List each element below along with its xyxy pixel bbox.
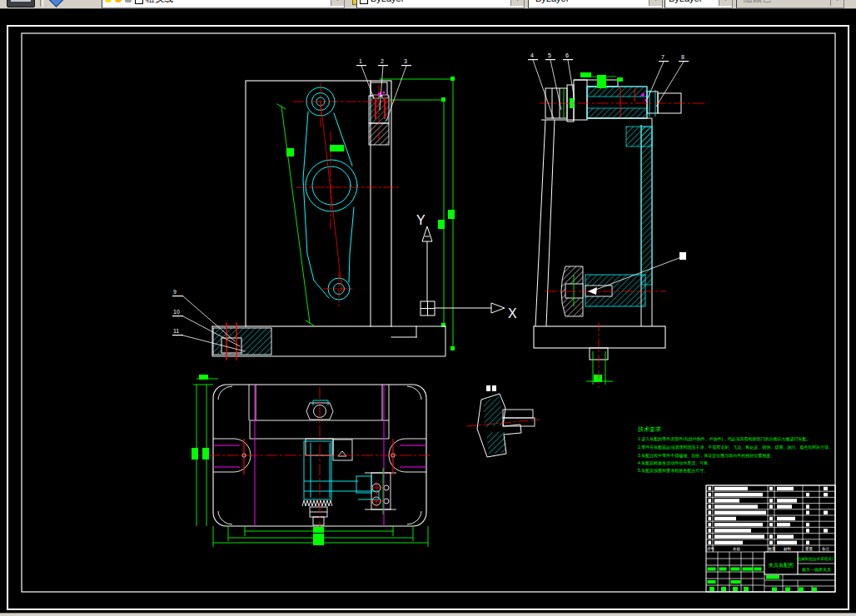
linetype-dropdown[interactable]: ByLayer ▾ [528,0,663,8]
current-color-chip [360,0,368,4]
ucs-icon: Y X [416,213,517,320]
dropdown-arrow-icon[interactable]: ▾ [331,0,344,6]
lineweight-dropdown[interactable]: ByLayer ▾ [664,0,733,8]
linetype-value-text: ByLayer [535,0,569,7]
bom-header: 备注 [822,547,830,551]
balloon-number: 10 [173,309,180,315]
bom-header: 名称 [733,547,741,551]
plot-style-dropdown: 随颜色 ▾ [736,0,844,8]
balloon-number: 2 [381,58,384,64]
bom-header: 重量 [805,546,814,551]
technical-notes: 技术要求 1.进入装配的零件及部件(包括外购件、外协件)，均必须具有检验部门的合… [637,426,833,474]
dropdown-arrow-icon: ▾ [830,0,844,6]
layer-lock-icon[interactable] [125,0,132,2]
toolbar-partial-icon[interactable] [7,0,35,7]
layer-color-chip [135,0,143,4]
ucs-y-label: Y [416,213,426,227]
bom-header: 材料 [783,547,792,552]
layers-properties-toolbar: 粗实线 ▾ ByLayer ▾ ByLayer ▾ ByLayer ▾ 随颜色 … [0,0,856,9]
color-value-text: ByLayer [371,0,404,3]
ucs-x-label: X [508,306,517,320]
bom-header: 序号 [707,547,715,551]
bom-header: 数量 [769,547,777,551]
notes-title: 技术要求 [637,426,661,433]
drawing-title: 夹具装配图 [769,563,794,569]
view-plan [192,375,431,547]
balloon-number: 7 [661,54,664,60]
dropdown-arrow-icon[interactable]: ▾ [510,0,524,6]
title-block-part: 拨叉—铣床夹具 [802,567,831,573]
balloon-number: 11 [173,328,179,334]
dropdown-arrow-icon[interactable]: ▾ [649,0,662,6]
balloon-number: 9 [173,289,177,295]
layer-name-text: 粗实线 [146,0,173,3]
layers-icon [48,0,63,7]
title-block-text-blobs [708,568,818,592]
layer-properties-button[interactable] [47,0,65,7]
note-line: 3.装配过程中零件不得磕碰、划伤，保证定位面与导向件的相对位置精度。 [638,453,774,459]
window-bottom-edge [0,613,856,616]
leader-label-blob [679,252,686,260]
dimension-text-blobs [570,72,623,382]
color-dropdown[interactable]: ByLayer ▾ [356,0,525,8]
cad-model-canvas[interactable]: 1 2 3 9 10 11 [0,0,856,616]
plot-style-value-text: 随颜色 [744,0,771,7]
note-line: 2.零件在装配前必须清理和清洗干净，不得有毛刺、飞边、氧化皮、锈蚀、切屑、油污、… [638,445,833,450]
view-detail-lug [466,385,540,457]
balloon-number: 5 [548,52,551,58]
balloon-number: 1 [359,58,362,64]
toolbar-separator [40,0,43,7]
note-line: 5.装配后按图样要求检验各配合尺寸。 [638,468,708,474]
balloon-number: 3 [404,58,407,64]
balloon-number: 8 [681,54,684,60]
title-block-school: 机械制造技术课程设计 [798,556,836,562]
balloon-number: 6 [565,52,569,58]
note-line: 4.装配后检验各活动件动作灵活、可靠。 [638,460,712,466]
layer-on-bulb-icon[interactable] [105,0,112,2]
balloon-number: 4 [530,52,534,58]
bom-table: 序号 名称 数量 材料 重量 备注 [706,485,835,552]
view-side: 4 5 6 7 8 [528,52,708,388]
layer-dropdown[interactable]: 粗实线 ▾ [102,0,345,8]
dropdown-arrow-icon[interactable]: ▾ [719,0,732,6]
lineweight-value-text: ByLayer [669,0,702,7]
note-line: 1.进入装配的零件及部件(包括外购件、外协件)，均必须具有检验部门的合格证方能进… [638,436,811,442]
sheet-frame [7,26,849,609]
view-front: 1 2 3 9 10 11 [172,58,455,360]
layer-freeze-sun-icon[interactable] [115,0,122,2]
